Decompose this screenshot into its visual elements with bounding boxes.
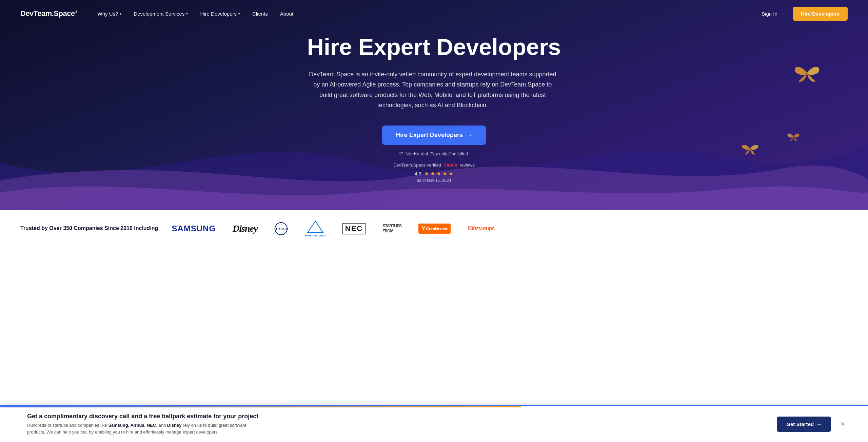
clutch-brand: Clutch — [443, 162, 457, 168]
y-combinator-logo: Y Combinator — [418, 224, 451, 234]
startups-from-logo: STARTUPSFROM — [382, 224, 401, 233]
rating-value: 4.9 — [415, 171, 421, 176]
nav-why-us-label: Why Us? — [98, 11, 118, 17]
stars-row: 4.9 ★ ★ ★ ★ ★ — [307, 170, 561, 177]
navbar: DevTeam.Space® Why Us? ▾ Development Ser… — [0, 0, 868, 27]
nav-clients[interactable]: Clients — [252, 11, 268, 17]
hire-expert-developers-label: Hire Expert Developers — [396, 132, 463, 139]
airbus-logo: AIRBUS — [274, 222, 288, 235]
butterfly-decoration-1 — [793, 61, 821, 85]
nav-hire-devs[interactable]: Hire Developers ▾ — [200, 11, 240, 17]
paramount-logo: PARAMOUNT PARAMOUNT — [305, 220, 325, 237]
star-1: ★ — [424, 170, 429, 177]
hero-title: Hire Expert Developers — [307, 34, 561, 60]
star-2: ★ — [430, 170, 435, 177]
hire-developers-button[interactable]: Hire Developers — [793, 7, 848, 21]
sign-in-link[interactable]: Sign In → — [762, 11, 785, 17]
samsung-logo: SAMSUNG — [172, 224, 216, 233]
brand-name: DevTeam.Space — [20, 9, 75, 18]
nav-about-label: About — [280, 11, 293, 17]
trusted-section: Trusted by Over 350 Companies Since 2016… — [0, 210, 868, 247]
nav-clients-label: Clients — [252, 11, 268, 17]
brand-logo[interactable]: DevTeam.Space® — [20, 9, 77, 18]
company-logos-row: SAMSUNG Disney AIRBUS PARAMOUNT PARAMOUN… — [172, 220, 848, 237]
nav-links: Why Us? ▾ Development Services ▾ Hire De… — [98, 11, 762, 17]
no-risk-label: No-risk trial. Pay only if satisfied. — [406, 151, 469, 156]
airbus-circle-icon: AIRBUS — [274, 222, 288, 235]
disney-logo: Disney — [233, 223, 257, 234]
rating-date: as of Nov 15, 2024 — [307, 178, 561, 183]
hire-expert-developers-button[interactable]: Hire Expert Developers → — [382, 126, 486, 145]
hero-content: Hire Expert Developers DevTeam.Space is … — [307, 34, 561, 183]
svg-marker-4 — [308, 221, 323, 233]
sign-in-icon: → — [780, 11, 785, 17]
hero-section: Hire Expert Developers DevTeam.Space is … — [0, 0, 868, 210]
brand-trademark: ® — [75, 10, 77, 14]
no-risk-text: 🛡 No-risk trial. Pay only if satisfied. — [307, 151, 561, 156]
nav-right: Sign In → Hire Developers — [762, 7, 848, 21]
star-4: ★ — [442, 170, 447, 177]
paramount-mountain-icon: PARAMOUNT — [307, 220, 324, 234]
chevron-down-icon: ▾ — [238, 12, 240, 16]
nav-dev-services-label: Development Services — [134, 11, 184, 17]
chevron-down-icon: ▾ — [186, 12, 188, 16]
nec-logo: NEC — [342, 223, 366, 234]
nav-dev-services[interactable]: Development Services ▾ — [134, 11, 188, 17]
clutch-text: DevTeam.Space verified — [393, 162, 441, 168]
arrow-icon: → — [466, 132, 472, 139]
clutch-row: DevTeam.Space verified Clutch reviews — [307, 162, 561, 168]
chevron-down-icon: ▾ — [120, 12, 121, 16]
hero-subtitle: DevTeam.Space is an invite-only vetted c… — [307, 69, 558, 111]
star-3: ★ — [436, 170, 441, 177]
500startups-logo: 500startups — [468, 226, 494, 232]
nav-about[interactable]: About — [280, 11, 293, 17]
sign-in-label: Sign In — [762, 11, 777, 17]
clutch-suffix: reviews — [460, 162, 475, 168]
star-5: ★ — [449, 170, 453, 177]
trusted-headline: Trusted by Over 350 Companies Since 2016… — [20, 225, 158, 232]
nav-why-us[interactable]: Why Us? ▾ — [98, 11, 122, 17]
shield-icon: 🛡 — [399, 151, 403, 156]
nav-hire-devs-label: Hire Developers — [200, 11, 237, 17]
svg-text:AIRBUS: AIRBUS — [274, 227, 288, 231]
